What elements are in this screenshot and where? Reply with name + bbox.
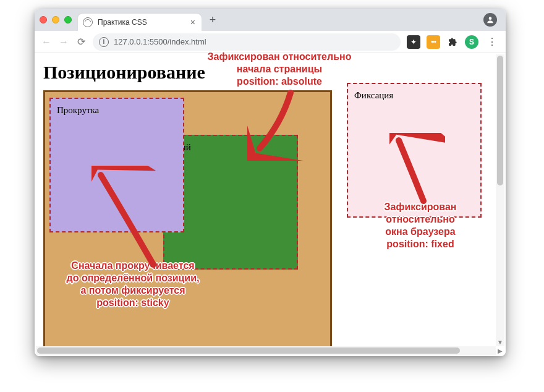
address-text: 127.0.0.1:5500/index.html (114, 37, 206, 46)
new-tab-button[interactable]: + (204, 14, 221, 27)
vertical-scroll-thumb[interactable] (497, 56, 503, 185)
profile-badge[interactable]: S (465, 35, 478, 49)
tab-close-button[interactable]: × (190, 18, 195, 27)
browser-toolbar: ← → ⟳ i 127.0.0.1:5500/index.html ✦ S ⋮ (35, 31, 506, 53)
page-heading: Позиционирование (43, 62, 506, 83)
profile-avatar-icon[interactable] (483, 13, 497, 27)
sticky-box-label: Прокрутка (57, 105, 99, 115)
forward-button[interactable]: → (58, 36, 69, 48)
globe-icon (83, 17, 93, 27)
window-minimize-button[interactable] (52, 16, 59, 23)
horizontal-scroll-thumb[interactable] (37, 347, 460, 354)
site-info-icon[interactable]: i (99, 37, 109, 47)
address-bar[interactable]: i 127.0.0.1:5500/index.html (93, 33, 401, 51)
tab-strip: Практика CSS × + (35, 9, 506, 31)
reload-button[interactable]: ⟳ (75, 36, 87, 48)
extension-icon-2[interactable] (427, 35, 440, 49)
browser-tab[interactable]: Практика CSS × (78, 14, 202, 31)
back-button[interactable]: ← (41, 36, 52, 48)
browser-menu-button[interactable]: ⋮ (485, 36, 499, 48)
tab-title: Практика CSS (98, 18, 185, 27)
fixed-box: Фиксация (347, 83, 482, 218)
horizontal-scrollbar[interactable]: ▶ (36, 346, 496, 355)
window-controls (40, 16, 72, 23)
sticky-box: Прокрутка (49, 98, 184, 232)
scroll-right-icon[interactable]: ▶ (496, 346, 504, 355)
window-close-button[interactable] (40, 16, 47, 23)
extension-icon-1[interactable]: ✦ (407, 35, 420, 49)
page-viewport: Позиционирование тный Прокрутка Фиксация… (35, 53, 506, 356)
scroll-down-icon[interactable]: ▼ (496, 338, 504, 346)
vertical-scrollbar[interactable]: ▼ (496, 54, 504, 346)
browser-window: Практика CSS × + ← → ⟳ i 127.0.0.1:5500/… (35, 9, 506, 356)
fixed-box-label: Фиксация (354, 90, 393, 100)
extensions-button[interactable] (446, 35, 459, 49)
window-zoom-button[interactable] (64, 16, 72, 23)
svg-point-0 (489, 17, 492, 20)
